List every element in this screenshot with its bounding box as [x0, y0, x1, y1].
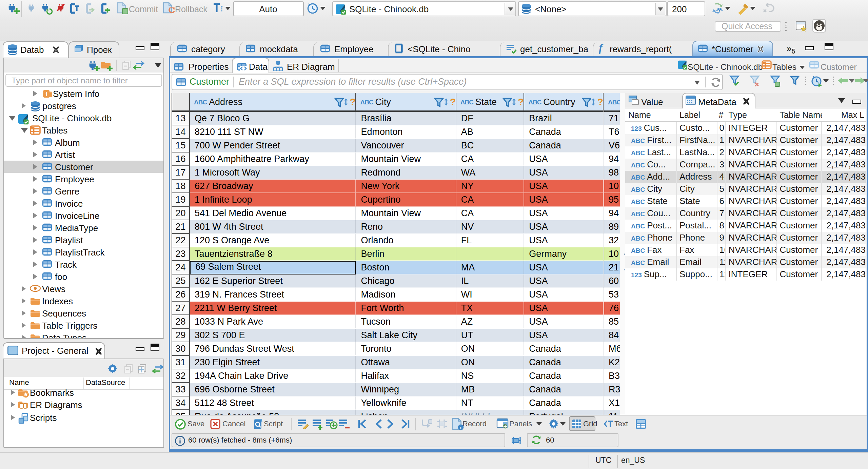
- svg-text:i: i: [45, 91, 47, 98]
